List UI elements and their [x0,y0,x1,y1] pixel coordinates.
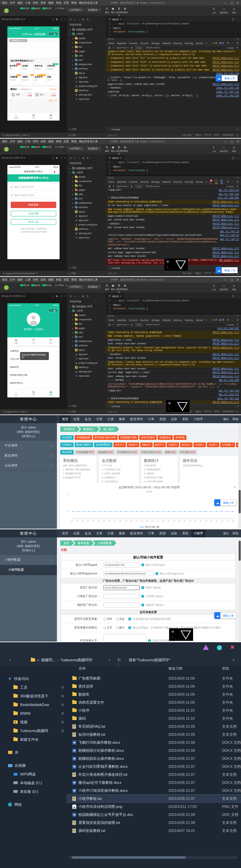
console-log[interactable]: ==接单人ID==api.js? [sm]:113api.js? [sm]:11… [106,189,241,265]
tree-item[interactable]: ▸we7 [67,196,106,201]
category-card[interactable]: 直播买买买 [47,75,58,85]
source-link[interactable]: api.js? [sm]:114 [219,193,239,196]
category-card[interactable]: 万能跑腿帮您办事帮我 [9,75,20,85]
cloud-upload-icon[interactable]: ☁ [214,499,221,506]
nav-item[interactable]: 配送管理 [128,415,145,423]
tab-item[interactable]: ▤订单 [25,390,42,397]
nickname-login[interactable]: 微信用户 · 点击登录 [7,328,60,331]
breadcrumb-chip[interactable]: 基本设置 [73,540,94,546]
devtools-menu-icon[interactable]: ⋮ [232,180,234,183]
file-row[interactable]: 广告图导航图2021/9/29 11:09文件夹 [67,674,241,682]
devtools-menu-icon[interactable]: ⋮ [232,42,234,44]
menu-item[interactable]: 项目 [2,140,7,143]
device-bar[interactable]: iPhone 6/7.5 85% 15 ▾▯◉◁⌗ [1,156,65,160]
tree-item[interactable]: JSapp.js [67,209,106,214]
console-settings-icon[interactable]: ⚙ [236,46,238,49]
nav-item[interactable]: 文章 [94,415,105,423]
file-row[interactable]: 短信对接教程.txt2021/9/28 21:05文本文档 [67,731,241,738]
console-line[interactable]: [pages/errand/_index] Some selectors are… [106,50,241,57]
quick-button[interactable]: 认证设置 [60,435,74,440]
tree-item[interactable]: JSsiteinfo.js [67,365,106,369]
tree-item[interactable]: ≋style.wxss [67,374,106,378]
tree-item[interactable]: ▸校园跑腿小程序 [67,166,106,170]
nav-item[interactable]: 分类 [105,415,116,423]
nav-item[interactable]: 首页 [60,529,71,537]
editor-more-icon[interactable]: ⋯ [236,18,239,21]
tree-item[interactable]: ▸校园跑腿小程序 [67,27,106,32]
maximize-button[interactable]: ▢ [230,278,233,282]
devtools-tab[interactable]: Storage [151,319,160,321]
toolbar-right-button[interactable]: ⇧上传 [209,283,219,291]
console-line[interactable]: pages/errand/_index: onShow have been in… [106,83,241,87]
devtools-tab[interactable]: Security [185,319,193,321]
devtools-tab[interactable]: Network [162,319,171,321]
devtools-settings-icon[interactable]: ⚙ [227,180,229,183]
menu-item[interactable]: 帮助 [71,140,77,143]
menu-item[interactable]: 工具 [25,278,30,282]
back-button[interactable]: ‹ [9,658,11,662]
toolbar-icon-button[interactable]: ⊗清缓存 [122,145,128,153]
source-link[interactable]: VM1787 WAService.js:2 [213,83,239,86]
console-settings-icon[interactable]: ⚙ [236,323,238,326]
status-item[interactable]: JavaScript [222,410,233,413]
toolbar-icon-button[interactable]: ⇅真机调试 [116,6,122,17]
code-editor[interactable]: 1App({2 onLaunch: function(e) {3 [106,303,241,315]
console-log[interactable]: [pages/errand/_index] Some selectors are… [106,50,241,127]
tree-item[interactable]: ▸libs [67,45,106,49]
tab-close-icon[interactable]: × [120,156,122,159]
tree-item[interactable]: {}app.json [67,75,106,80]
tree-tool-icon[interactable]: ↻ [86,157,89,160]
source-link[interactable]: VM1787 WAService.js:2 [213,347,239,352]
home-banner[interactable] [7,42,60,58]
devtools-tab[interactable]: Memory [173,42,182,44]
tree-item[interactable]: ▸utils [67,54,106,58]
column-date[interactable]: 修改日期 [168,666,182,671]
devtools-tab[interactable]: Sources [140,319,149,321]
editor-tab[interactable]: JSapp.js× [106,155,124,160]
column-name[interactable]: 名称 [79,666,86,671]
toolbar-icon-button[interactable]: ⇅真机调试 [116,283,122,294]
toolbar-icon-button[interactable]: ◉预览 [110,6,116,14]
source-link[interactable]: VM1787 WAService.js:2 [213,368,239,371]
source-link[interactable]: VM1787 WAService.js:2 [213,251,239,254]
stat-item[interactable]: 元余额 [7,337,25,345]
address-breadcrumb[interactable]: « 跑腿同... › Tudoucms跑腿同学 [31,658,92,662]
device-bar-icon[interactable]: ◉ [56,294,58,298]
source-link[interactable]: VM1787 WAService.js:2 [213,215,239,218]
devtools-menu-icon[interactable]: ⋮ [232,319,234,321]
menu-item[interactable]: 视图 [48,1,54,5]
money-chip[interactable]: 总收益额 ¥0元 [97,450,115,455]
context-select[interactable]: appservice ▾ [116,185,129,188]
radio-option[interactable]: 图片 [116,626,125,629]
sidebar-item[interactable]: 新建文件夹 [0,735,67,744]
source-link[interactable]: util.js? [sm]:252 [218,327,239,330]
maximize-button[interactable] [217,645,222,650]
toolbar-button[interactable]: 编辑器 [31,145,41,149]
device-bar-icon[interactable]: ▯ [52,18,54,21]
devtools-tab[interactable]: » [206,181,207,183]
device-bar-icon[interactable]: ▯ [52,294,54,298]
file-row[interactable]: 小程序教程.txt2021/9/28 21:07文本文档 [67,795,241,803]
popup-text-area[interactable] [103,634,146,642]
outline-toggle[interactable]: ▸ 大纲 [70,404,76,408]
cloud-upload-icon[interactable]: ☁ [216,75,222,82]
capsule-menu[interactable]: ⋯ ◉ [48,170,58,173]
devtools-settings-icon[interactable]: ⚙ [227,319,229,321]
menu-item[interactable]: 文件 [10,140,15,143]
money-chip[interactable]: 今日红包支出 ¥0元 [140,450,163,455]
page-scrollbar[interactable] [238,423,241,529]
toolbar-button[interactable]: 调试器 [42,283,52,287]
console-line[interactable]: ------用户信息------app.js? [sm]:294 [106,379,241,383]
devtools-tab[interactable]: » [206,42,207,44]
source-link[interactable]: web.js? [sm]:17 [220,238,239,247]
menu-item[interactable]: 项目 [2,1,7,5]
source-link[interactable]: VM1787 WAService.js:2 [213,201,239,204]
devtools-tab[interactable]: Wxml [108,181,114,183]
tree-item[interactable]: ▸utils [67,330,106,335]
nav-item[interactable]: 服务 [116,415,128,423]
menu-item[interactable]: 界面 [56,278,61,282]
device-bar-icon[interactable]: ▯ [52,156,54,160]
radio-option[interactable]: 关闭 [103,617,112,621]
order-ad-input[interactable] [103,594,140,599]
minimize-button[interactable]: — [224,278,227,282]
